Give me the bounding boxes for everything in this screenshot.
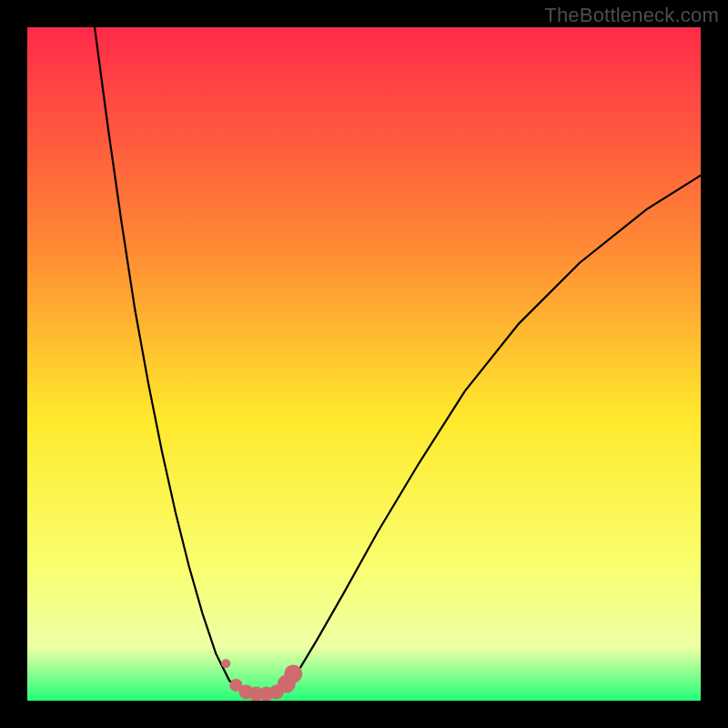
chart-frame: TheBottleneck.com: [0, 0, 728, 728]
plot-area: [27, 27, 701, 701]
gradient-background: [27, 27, 701, 701]
valley-marker: [221, 659, 230, 668]
plot-svg: [27, 27, 701, 701]
valley-marker: [284, 664, 302, 682]
watermark-text: TheBottleneck.com: [544, 4, 719, 27]
